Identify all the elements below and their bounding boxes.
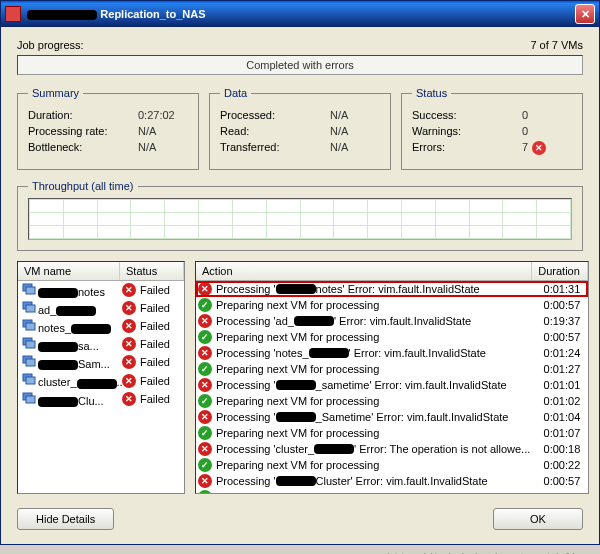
- error-icon: ✕: [122, 301, 136, 315]
- error-icon: ✕: [122, 283, 136, 297]
- vm-status-cell: ✕Failed: [122, 392, 182, 406]
- vm-status-cell: ✕Failed: [122, 301, 182, 315]
- table-row[interactable]: sa...✕Failed: [18, 335, 184, 353]
- success-icon: ✓: [198, 362, 212, 376]
- summary-rate-label: Processing rate:: [28, 125, 107, 137]
- vm-icon: [22, 318, 36, 332]
- duration-cell: 0:01:02: [530, 395, 586, 407]
- action-header-duration[interactable]: Duration: [532, 262, 588, 280]
- action-header-action[interactable]: Action: [196, 262, 532, 280]
- vm-icon: [22, 300, 36, 314]
- data-transferred-label: Transferred:: [220, 141, 280, 153]
- error-icon: ✕: [122, 392, 136, 406]
- close-icon[interactable]: ✕: [575, 4, 595, 24]
- vm-header-name[interactable]: VM name: [18, 262, 120, 280]
- table-row[interactable]: ✕Processing 'cluster_' Error: The operat…: [196, 441, 588, 457]
- table-row[interactable]: ✕Processing '_sametime' Error: vim.fault…: [196, 377, 588, 393]
- data-processed-label: Processed:: [220, 109, 275, 121]
- table-row[interactable]: ✕Processing 'ad_' Error: vim.fault.Inval…: [196, 313, 588, 329]
- duration-cell: 0:01:24: [530, 347, 586, 359]
- action-cell: ✓Preparing next VM for processing: [198, 298, 530, 312]
- success-icon: ✓: [198, 394, 212, 408]
- error-icon: ✕: [122, 374, 136, 388]
- table-row[interactable]: ✓Preparing next VM for processing0:00:57: [196, 297, 588, 313]
- duration-cell: 0:00:57: [530, 299, 586, 311]
- action-cell: ✓Preparing next VM for processing: [198, 362, 530, 376]
- success-icon: ✓: [198, 426, 212, 440]
- status-success-value: 0: [522, 109, 572, 121]
- error-icon: ✕: [198, 282, 212, 296]
- job-progress-row: Job progress: 7 of 7 VMs: [17, 39, 583, 51]
- hide-details-button[interactable]: Hide Details: [17, 508, 114, 530]
- success-icon: ✓: [198, 458, 212, 472]
- duration-cell: 0:01:27: [530, 363, 586, 375]
- ok-button[interactable]: OK: [493, 508, 583, 530]
- titlebar[interactable]: Replication_to_NAS ✕: [1, 1, 599, 27]
- progress-bar: Completed with errors: [17, 55, 583, 75]
- success-icon: ✓: [198, 330, 212, 344]
- table-row[interactable]: notes✕Failed: [18, 281, 184, 299]
- error-icon: ✕: [198, 314, 212, 328]
- duration-cell: 0:00:57: [530, 331, 586, 343]
- action-cell: ✓Preparing next VM for processing: [198, 426, 530, 440]
- vm-status-cell: ✕Failed: [122, 283, 182, 297]
- duration-cell: 0:19:37: [530, 315, 586, 327]
- table-row[interactable]: ✕Processing '_Sametime' Error: vim.fault…: [196, 409, 588, 425]
- table-row[interactable]: ✓All VMs have been queued for processing: [196, 489, 588, 493]
- table-row[interactable]: Sam...✕Failed: [18, 353, 184, 371]
- action-cell: ✕Processing '_Sametime' Error: vim.fault…: [198, 410, 530, 424]
- table-row[interactable]: cluster_...✕Failed: [18, 371, 184, 389]
- vm-grid: VM name Status notes✕Failedad_✕Failednot…: [17, 261, 185, 494]
- vm-name-cell: notes: [20, 282, 122, 298]
- duration-cell: 0:00:18: [530, 443, 586, 455]
- table-row[interactable]: ✓Preparing next VM for processing0:00:22: [196, 457, 588, 473]
- error-icon: ✕: [198, 410, 212, 424]
- table-row[interactable]: ✓Preparing next VM for processing0:01:27: [196, 361, 588, 377]
- success-icon: ✓: [198, 298, 212, 312]
- table-row[interactable]: ✕Processing 'Cluster' Error: vim.fault.I…: [196, 473, 588, 489]
- data-read-value: N/A: [330, 125, 380, 137]
- data-panel: Data Processed:N/A Read:N/A Transferred:…: [209, 87, 391, 170]
- table-row[interactable]: ad_✕Failed: [18, 299, 184, 317]
- error-icon: ✕: [122, 355, 136, 369]
- duration-cell: 0:01:31: [530, 283, 586, 295]
- duration-cell: 0:01:07: [530, 427, 586, 439]
- vm-name-cell: notes_: [20, 318, 122, 334]
- summary-legend: Summary: [28, 87, 83, 99]
- svg-rect-13: [26, 396, 35, 403]
- svg-rect-9: [26, 359, 35, 366]
- svg-rect-1: [26, 287, 35, 294]
- duration-cell: 0:00:57: [530, 475, 586, 487]
- vm-body[interactable]: notes✕Failedad_✕Failednotes_✕Failedsa...…: [18, 281, 184, 493]
- success-icon: ✓: [198, 490, 212, 493]
- table-row[interactable]: Clu...✕Failed: [18, 390, 184, 408]
- vm-header-status[interactable]: Status: [120, 262, 184, 280]
- data-legend: Data: [220, 87, 251, 99]
- watermark: http://tnipipi.pixnet.net/album: [0, 545, 600, 554]
- svg-rect-11: [26, 377, 35, 384]
- error-icon: ✕: [532, 141, 546, 155]
- vm-name-cell: Clu...: [20, 391, 122, 407]
- window: Replication_to_NAS ✕ Job progress: 7 of …: [0, 0, 600, 545]
- vm-icon: [22, 282, 36, 296]
- vm-status-cell: ✕Failed: [122, 374, 182, 388]
- data-processed-value: N/A: [330, 109, 380, 121]
- throughput-chart: [28, 198, 572, 240]
- svg-rect-7: [26, 341, 35, 348]
- table-row[interactable]: notes_✕Failed: [18, 317, 184, 335]
- vm-icon: [22, 354, 36, 368]
- vm-name-cell: Sam...: [20, 354, 122, 370]
- vm-name-cell: cluster_...: [20, 372, 122, 388]
- error-icon: ✕: [198, 346, 212, 360]
- table-row[interactable]: ✓Preparing next VM for processing0:00:57: [196, 329, 588, 345]
- vm-name-cell: ad_: [20, 300, 122, 316]
- data-read-label: Read:: [220, 125, 249, 137]
- table-row[interactable]: ✕Processing 'notes_' Error: vim.fault.In…: [196, 345, 588, 361]
- action-cell: ✓Preparing next VM for processing: [198, 394, 530, 408]
- summary-bottleneck-label: Bottleneck:: [28, 141, 82, 153]
- table-row[interactable]: ✓Preparing next VM for processing0:01:02: [196, 393, 588, 409]
- action-body[interactable]: ✕Processing 'notes' Error: vim.fault.Inv…: [196, 281, 588, 493]
- table-row[interactable]: ✓Preparing next VM for processing0:01:07: [196, 425, 588, 441]
- job-progress-count: 7 of 7 VMs: [530, 39, 583, 51]
- table-row[interactable]: ✕Processing 'notes' Error: vim.fault.Inv…: [196, 281, 588, 297]
